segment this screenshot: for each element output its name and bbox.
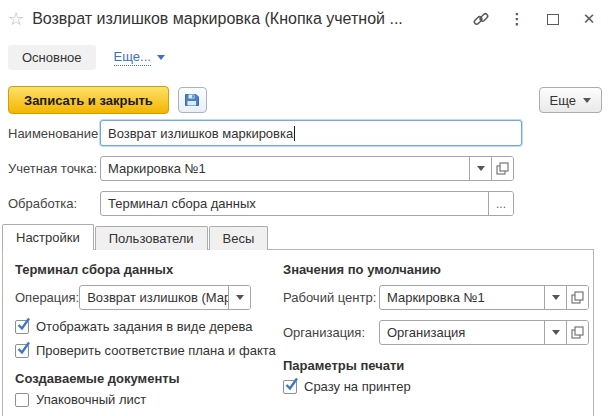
print-group-header: Параметры печати [283,358,589,373]
checkbox-unchecked [15,393,29,407]
terminal-group-header: Терминал сбора данных [15,262,281,277]
tab-users[interactable]: Пользователи [95,226,208,250]
command-bar: Записать и закрыть Еще [8,86,602,114]
show-tasks-tree-label: Отображать задания в виде дерева [36,319,253,334]
processing-ellipsis-button[interactable]: ... [488,192,513,215]
workcenter-open-button[interactable] [566,286,588,309]
close-icon[interactable]: ✕ [580,10,598,28]
titlebar-buttons: ⋮ ✕ [472,10,598,28]
operation-select[interactable]: Возврат излишков (Маркир [80,286,228,309]
floppy-disk-icon [184,92,200,108]
processing-row: Обработка: Терминал сбора данных ... [8,191,514,216]
name-input[interactable]: Возврат излишков маркировка [100,120,522,146]
checkbox-checked [15,344,29,358]
show-tasks-tree-checkbox[interactable]: Отображать задания в виде дерева [15,319,281,334]
tab-settings[interactable]: Настройки [2,224,94,250]
open-in-new-icon [571,291,584,304]
workcenter-field: Маркировка №1 [379,285,589,310]
name-field-label: Наименование: [8,126,100,141]
save-button[interactable] [178,87,207,113]
workcenter-input[interactable]: Маркировка №1 [380,286,544,309]
form-nav: Основное Еще... [8,44,165,70]
save-and-close-button[interactable]: Записать и закрыть [8,86,169,114]
name-input-value: Возврат излишков маркировка [108,126,293,141]
name-field-row: Наименование: Возврат излишков маркировк… [8,120,522,146]
settings-tabbar: Настройки Пользователи Весы [2,224,269,250]
organization-dropdown-button[interactable] [544,321,566,344]
operation-label: Операция: [15,290,79,305]
accounting-point-dropdown-button[interactable] [469,157,491,180]
checkbox-checked [15,320,29,334]
operation-row: Операция: Возврат излишков (Маркир [15,285,281,310]
defaults-column: Значения по умолчанию Рабочий центр: Мар… [283,262,589,394]
copy-link-icon[interactable] [472,10,490,28]
print-immediately-label: Сразу на принтер [304,379,411,394]
kebab-menu-icon[interactable]: ⋮ [508,10,526,28]
favorite-star-icon[interactable]: ☆ [8,10,24,28]
organization-open-button[interactable] [566,321,588,344]
chevron-down-icon [552,295,560,300]
chevron-down-icon [552,330,560,335]
accounting-point-label: Учетная точка: [8,161,100,176]
chevron-down-icon [583,98,591,103]
organization-row: Организация: Организация [283,320,589,345]
nav-more-link[interactable]: Еще... [114,49,165,66]
packing-list-label: Упаковочный лист [36,392,146,407]
accounting-point-row: Учетная точка: Маркировка №1 [8,156,514,181]
open-in-new-icon [496,162,509,175]
chain-icon [472,10,490,28]
toolbar-more-label: Еще [550,93,576,108]
check-plan-fact-checkbox[interactable]: Проверить соответствие плана и факта [15,343,281,358]
terminal-settings-column: Терминал сбора данных Операция: Возврат … [15,262,281,407]
workcenter-row: Рабочий центр: Маркировка №1 [283,285,589,310]
accounting-point-field: Маркировка №1 [100,156,514,181]
print-immediately-checkbox[interactable]: Сразу на принтер [283,379,589,394]
toolbar-more-button[interactable]: Еще [539,87,602,113]
workcenter-label: Рабочий центр: [283,290,379,305]
operation-dropdown-button[interactable] [228,286,250,309]
chevron-down-icon [236,295,244,300]
processing-field: Терминал сбора данных ... [100,191,514,216]
accounting-point-input[interactable]: Маркировка №1 [101,157,469,180]
check-icon [284,377,299,392]
workcenter-dropdown-button[interactable] [544,286,566,309]
check-icon [16,341,31,356]
maximize-icon[interactable] [544,10,562,28]
tab-scales[interactable]: Весы [209,226,269,250]
maximize-box [547,14,559,25]
open-in-new-icon [571,326,584,339]
nav-item-main[interactable]: Основное [8,45,96,70]
chevron-down-icon [157,55,165,60]
settings-panel: Терминал сбора данных Операция: Возврат … [2,249,594,416]
documents-group-header: Создаваемые документы [15,371,281,386]
packing-list-checkbox[interactable]: Упаковочный лист [15,392,281,407]
check-plan-fact-label: Проверить соответствие плана и факта [36,343,276,358]
checkbox-checked [283,380,297,394]
text-caret [294,126,295,141]
organization-field: Организация [379,320,589,345]
window-title: Возврат излишков маркировка (Кнопка учет… [32,10,403,28]
accounting-point-open-button[interactable] [491,157,513,180]
window-titlebar: ☆ Возврат излишков маркировка (Кнопка уч… [0,0,610,38]
chevron-down-icon [477,166,485,171]
operation-field: Возврат излишков (Маркир [79,285,251,310]
processing-input[interactable]: Терминал сбора данных [101,192,488,215]
nav-more-label: Еще... [114,49,151,66]
organization-input[interactable]: Организация [380,321,544,344]
processing-label: Обработка: [8,196,100,211]
check-icon [16,317,31,332]
organization-label: Организация: [283,325,379,340]
defaults-group-header: Значения по умолчанию [283,262,589,277]
